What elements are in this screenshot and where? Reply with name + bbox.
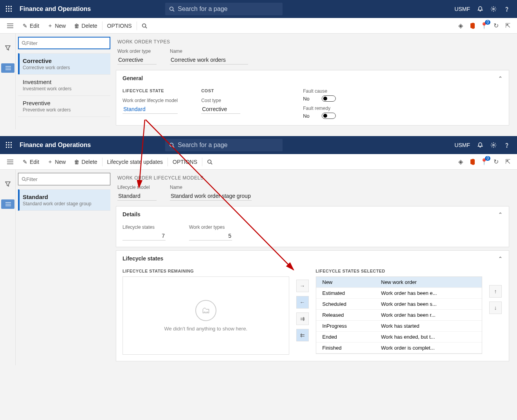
page-search-button[interactable] — [203, 154, 216, 169]
table-row[interactable]: InProgressWork has started — [316, 321, 482, 332]
lifecycle-state-section: LIFECYCLE STATE Work order lifecycle mod… — [122, 88, 178, 119]
popout-icon[interactable]: ⇱ — [504, 159, 511, 165]
table-row[interactable]: ScheduledWork order has been s... — [316, 299, 482, 310]
sidebar-item-investment[interactable]: Investment Investment work orders — [18, 74, 110, 95]
screen-work-order-types: Finance and Operations Search for a page… — [0, 0, 517, 129]
state-desc: New work order — [381, 279, 476, 285]
lifecycle-model-link[interactable]: Standard — [122, 105, 178, 114]
help-icon[interactable] — [504, 142, 510, 148]
help-icon[interactable] — [504, 6, 510, 12]
edit-button[interactable]: ✎Edit — [18, 18, 43, 33]
move-all-right-button[interactable]: ⇉ — [296, 312, 309, 325]
pin-button[interactable]: 📍0 — [481, 158, 487, 165]
global-search[interactable]: Search for a page — [165, 139, 283, 151]
fault-remedy-toggle[interactable] — [322, 113, 336, 119]
search-icon — [22, 41, 26, 45]
office-icon[interactable] — [469, 23, 476, 29]
bell-icon[interactable] — [477, 6, 483, 12]
work-order-types-count: Work order types 5 — [189, 224, 232, 241]
list-rail-icon[interactable] — [1, 199, 14, 209]
edit-button[interactable]: ✎Edit — [18, 154, 43, 169]
lifecycle-state-updates-button[interactable]: Lifecycle state updates — [103, 154, 167, 169]
lifecycle-states-count: Lifecycle states 7 — [122, 224, 166, 241]
search-icon — [142, 23, 147, 29]
cost-type-field[interactable]: Corrective — [201, 105, 240, 114]
sidebar-item-preventive[interactable]: Preventive Preventive work orders — [18, 95, 110, 117]
global-search[interactable]: Search for a page — [165, 3, 283, 15]
move-right-button[interactable]: → — [296, 280, 309, 292]
move-down-button[interactable]: ↓ — [489, 302, 502, 314]
refresh-icon[interactable]: ↻ — [493, 23, 499, 29]
popout-icon[interactable]: ⇱ — [504, 23, 511, 29]
filter-rail-icon[interactable] — [5, 181, 11, 188]
name-field: Name Corrective work orders — [170, 48, 248, 65]
new-button[interactable]: ＋New — [43, 154, 70, 169]
company-picker[interactable]: USMF — [454, 6, 470, 12]
state-key: New — [322, 279, 381, 285]
fault-section: Fault cause No Fault remedy No — [303, 88, 336, 119]
state-desc: Work order has been e... — [381, 290, 476, 296]
company-picker[interactable]: USMF — [454, 142, 470, 148]
pin-button[interactable]: 📍0 — [481, 22, 487, 29]
lifecycle-model-field: Lifecycle model Standard — [117, 185, 157, 201]
filter-input[interactable] — [26, 176, 107, 182]
sidebar-item-title: Preventive — [23, 100, 106, 106]
new-button[interactable]: ＋New — [43, 18, 70, 33]
filter-rail-icon[interactable] — [5, 45, 11, 52]
delete-button[interactable]: 🗑Delete — [70, 18, 101, 33]
sidebar-filter[interactable] — [18, 37, 110, 49]
main-content: WORK ORDER TYPES Work order type Correct… — [113, 34, 517, 129]
office-icon[interactable] — [469, 159, 476, 165]
table-row[interactable]: FinishedWork order is complet... — [316, 343, 482, 354]
svg-rect-26 — [6, 144, 7, 145]
svg-rect-30 — [8, 147, 9, 148]
move-all-left-button[interactable]: ⇇ — [296, 329, 309, 341]
svg-point-12 — [506, 11, 507, 11]
options-button[interactable]: OPTIONS — [169, 154, 201, 169]
svg-point-21 — [22, 41, 25, 45]
attach-icon[interactable]: ◈ — [458, 159, 464, 165]
gear-icon[interactable] — [490, 6, 497, 12]
svg-rect-24 — [8, 142, 9, 143]
page-search-button[interactable] — [138, 18, 151, 33]
nav-toggle-icon[interactable] — [2, 160, 18, 164]
bell-icon[interactable] — [477, 142, 483, 148]
svg-line-33 — [173, 146, 175, 148]
svg-rect-4 — [8, 8, 9, 9]
search-icon — [207, 159, 213, 165]
svg-rect-2 — [11, 6, 12, 7]
move-left-button[interactable]: ← — [296, 296, 309, 309]
page-heading: WORK ORDER LIFECYCLE MODELS — [116, 174, 509, 185]
move-up-button[interactable]: ↑ — [489, 285, 502, 298]
svg-line-45 — [25, 180, 26, 181]
details-card-header[interactable]: Details ⌃ — [116, 206, 509, 222]
lifecycle-states-card-header[interactable]: Lifecycle states ⌃ — [116, 251, 509, 266]
sidebar-item-standard[interactable]: Standard Standard work order stage group — [18, 189, 110, 211]
gear-icon[interactable] — [490, 142, 497, 148]
svg-rect-5 — [11, 8, 12, 9]
cost-section: COST Cost type Corrective — [201, 88, 240, 119]
sidebar-item-corrective[interactable]: Corrective Corrective work orders — [18, 53, 110, 74]
fault-cause-toggle[interactable] — [322, 95, 336, 102]
list-rail-icon[interactable] — [1, 63, 14, 73]
sidebar-filter[interactable] — [18, 173, 110, 185]
filter-input[interactable] — [26, 40, 107, 46]
table-row[interactable]: EstimatedWork order has been e... — [316, 288, 482, 299]
nav-toggle-icon[interactable] — [2, 23, 18, 28]
app-launcher-icon[interactable] — [0, 142, 18, 148]
svg-line-22 — [25, 44, 26, 45]
general-card-header[interactable]: General ⌃ — [116, 70, 509, 86]
screen-lifecycle-models: Finance and Operations Search for a page… — [0, 136, 517, 365]
table-row[interactable]: ReleasedWork order has been r... — [316, 310, 482, 321]
app-launcher-icon[interactable] — [0, 6, 18, 12]
refresh-icon[interactable]: ↻ — [493, 159, 499, 165]
delete-button[interactable]: 🗑Delete — [70, 154, 101, 169]
table-row[interactable]: EndedWork has ended, but t... — [316, 332, 482, 343]
attach-icon[interactable]: ◈ — [458, 23, 464, 29]
svg-rect-23 — [6, 142, 7, 143]
trash-icon: 🗑 — [74, 23, 80, 29]
svg-rect-29 — [6, 147, 7, 148]
options-button[interactable]: OPTIONS — [103, 18, 136, 33]
table-row[interactable]: NewNew work order — [316, 277, 482, 288]
svg-point-39 — [208, 160, 211, 163]
